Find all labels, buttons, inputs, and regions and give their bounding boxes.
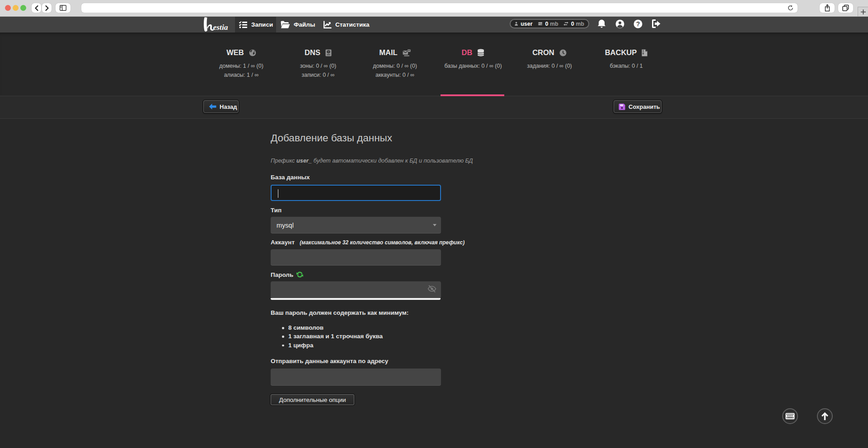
svg-text:estia: estia (213, 23, 228, 32)
svg-text:?: ? (636, 20, 640, 27)
